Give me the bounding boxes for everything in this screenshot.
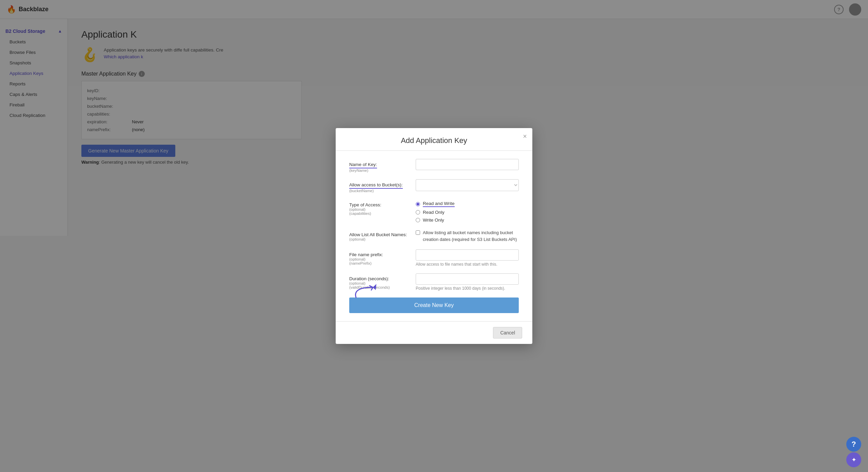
list-buckets-checkbox[interactable] — [416, 230, 420, 235]
control-col-name-of-key — [416, 159, 434, 170]
radio-write-only-label: Write Only — [423, 218, 434, 223]
allow-access-select[interactable] — [416, 179, 434, 191]
form-row-list-buckets: Allow List All Bucket Names: (optional) … — [349, 229, 434, 236]
radio-write-only-input[interactable] — [416, 218, 420, 222]
form-row-allow-access: Allow access to Bucket(s): (bucketName) — [349, 179, 434, 193]
radio-read-only-input[interactable] — [416, 210, 420, 214]
label-col-allow-access: Allow access to Bucket(s): (bucketName) — [349, 179, 410, 193]
list-buckets-checkbox-label: Allow listing all bucket names including… — [423, 229, 434, 236]
radio-read-only[interactable]: Read Only — [416, 210, 434, 215]
radio-write-only[interactable]: Write Only — [416, 218, 434, 223]
form-row-name-of-key: Name of Key: (keyName) — [349, 159, 434, 172]
modal-header: Add Application Key × — [336, 128, 434, 151]
allow-access-label: Allow access to Bucket(s): — [349, 182, 403, 189]
list-buckets-label: Allow List All Bucket Names: — [349, 232, 410, 236]
radio-read-write-input[interactable] — [416, 202, 420, 206]
label-col-type-of-access: Type of Access: (optional) (capabilities… — [349, 200, 410, 216]
radio-read-only-label: Read Only — [423, 210, 434, 215]
name-of-key-sub: (keyName) — [349, 168, 410, 172]
label-col-name-of-key: Name of Key: (keyName) — [349, 159, 410, 172]
modal-title: Add Application Key — [346, 136, 434, 145]
modal-overlay: Add Application Key × Name of Key: (keyN… — [0, 0, 434, 236]
type-of-access-optional: (optional) — [349, 207, 410, 211]
type-of-access-label: Type of Access: — [349, 202, 410, 207]
radio-group-type-of-access: Read and Write Read Only Write Only — [416, 200, 434, 223]
form-row-type-of-access: Type of Access: (optional) (capabilities… — [349, 200, 434, 223]
checkbox-row-list-buckets: Allow listing all bucket names including… — [416, 229, 434, 236]
control-col-list-buckets: Allow listing all bucket names including… — [416, 229, 434, 236]
modal: Add Application Key × Name of Key: (keyN… — [336, 128, 434, 236]
name-of-key-label: Name of Key: — [349, 162, 377, 168]
name-of-key-input[interactable] — [416, 159, 434, 170]
radio-read-write[interactable]: Read and Write — [416, 201, 434, 207]
radio-read-write-label: Read and Write — [423, 201, 434, 207]
label-col-list-buckets: Allow List All Bucket Names: (optional) — [349, 229, 410, 236]
allow-access-sub: (bucketName) — [349, 189, 410, 193]
modal-body: Name of Key: (keyName) Allow access to B… — [336, 151, 434, 236]
type-of-access-sub: (capabilities) — [349, 211, 410, 216]
control-col-allow-access — [416, 179, 434, 191]
control-col-type-of-access: Read and Write Read Only Write Only — [416, 200, 434, 223]
